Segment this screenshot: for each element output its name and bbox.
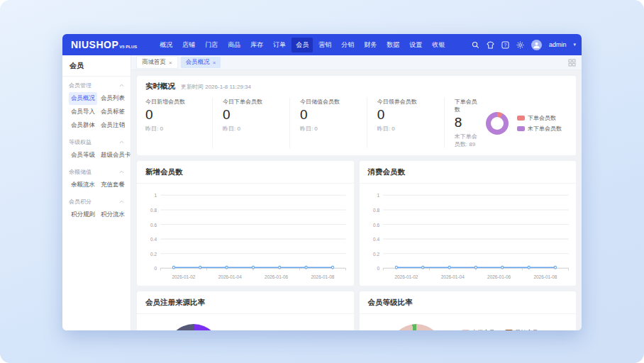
chart-title: 消费会员数 bbox=[360, 161, 577, 184]
sidebar-title: 会员 bbox=[62, 55, 131, 77]
consume-members-line-chart: 1 0.8 0.6 0.4 0.2 0 2026-01-02 bbox=[360, 184, 577, 286]
settings-gear-icon[interactable] bbox=[516, 41, 524, 49]
person-icon bbox=[533, 41, 540, 49]
stat-stored-value-members-today: 今日储值会员数 0 昨日: 0 bbox=[289, 98, 367, 148]
stat-sub: 未下单会员数: 89 bbox=[455, 133, 477, 148]
y-tick: 0.8 bbox=[373, 207, 379, 213]
nav-item-overview[interactable]: 概况 bbox=[155, 38, 177, 52]
close-icon[interactable]: × bbox=[169, 60, 172, 66]
chevron-up-icon bbox=[119, 84, 124, 87]
close-icon[interactable]: × bbox=[213, 60, 216, 66]
y-tick: 0.6 bbox=[150, 222, 157, 228]
sidebar-item-super-member-card[interactable]: 超级会员卡 bbox=[99, 149, 131, 162]
register-source-donut-chart bbox=[167, 324, 221, 330]
sidebar-group-header[interactable]: 会员积分 bbox=[69, 198, 124, 206]
tab-options-grid-icon[interactable] bbox=[568, 59, 576, 67]
search-icon[interactable] bbox=[472, 41, 479, 49]
sidebar-group-label: 等级权益 bbox=[69, 138, 91, 146]
app-window: NIUSHOP V5 PLUS 概况 店铺 门店 商品 库存 订单 会员 营销 … bbox=[62, 34, 582, 330]
stat-label: 今日下单会员数 bbox=[223, 98, 284, 106]
username-label[interactable]: admin bbox=[549, 41, 567, 48]
chevron-up-icon bbox=[119, 140, 124, 144]
stat-sub: 昨日: 0 bbox=[223, 125, 284, 133]
order-ratio-legend: 下单会员数 未下单会员数 bbox=[517, 114, 562, 133]
sidebar-item-recharge-package[interactable]: 充值套餐 bbox=[99, 179, 127, 191]
nav-item-members[interactable]: 会员 bbox=[292, 38, 313, 52]
nav-item-data[interactable]: 数据 bbox=[382, 38, 404, 52]
register-source-chart-card: 会员注册来源比率 微信公众号 bbox=[137, 291, 354, 330]
nav-item-store[interactable]: 门店 bbox=[201, 38, 222, 52]
member-level-legend: 白银会员 铂金会员 黄金会员 bbox=[462, 328, 538, 330]
nav-item-cashier[interactable]: 收银 bbox=[428, 38, 449, 52]
nav-item-marketing[interactable]: 营销 bbox=[314, 38, 335, 52]
sidebar-group-member-management: 会员管理 会员概况 会员列表 会员导入 会员标签 会员群体 会员注销 bbox=[62, 77, 131, 133]
realtime-overview-card: 实时概况 更新时间 2026-1-8 11:29:34 今日新增会员数 0 昨日… bbox=[137, 76, 576, 155]
y-tick: 0 bbox=[154, 266, 157, 272]
sidebar-item-points-rules[interactable]: 积分规则 bbox=[69, 208, 97, 221]
legend-swatch bbox=[517, 116, 525, 121]
sidebar-item-member-cancel[interactable]: 会员注销 bbox=[99, 119, 127, 132]
chart-title: 会员注册来源比率 bbox=[137, 291, 354, 314]
legend-item: 白银会员 bbox=[462, 328, 495, 330]
nav-item-stock[interactable]: 库存 bbox=[246, 38, 267, 52]
x-tick: 2026-01-04 bbox=[218, 274, 242, 280]
sidebar-item-member-import[interactable]: 会员导入 bbox=[69, 106, 97, 118]
legend-label: 未下单会员数 bbox=[528, 125, 562, 133]
chevron-up-icon bbox=[119, 200, 124, 203]
legend-item: 黑钻会员 bbox=[505, 328, 538, 330]
sidebar-group-points: 会员积分 积分规则 积分流水 bbox=[62, 193, 131, 223]
chevron-up-icon bbox=[119, 170, 124, 174]
nav-item-goods[interactable]: 商品 bbox=[223, 38, 245, 52]
new-members-line-chart: 1 0.8 0.6 0.4 0.2 0 2026-01-02 bbox=[137, 184, 354, 286]
sidebar-item-member-groups[interactable]: 会员群体 bbox=[69, 119, 97, 132]
sidebar-group-header[interactable]: 等级权益 bbox=[69, 138, 124, 146]
stat-value: 8 bbox=[455, 115, 477, 130]
nav-item-orders[interactable]: 订单 bbox=[269, 38, 290, 52]
stat-value: 0 bbox=[377, 107, 438, 123]
top-navbar: NIUSHOP V5 PLUS 概况 店铺 门店 商品 库存 订单 会员 营销 … bbox=[62, 34, 582, 55]
legend-item: 下单会员数 bbox=[517, 114, 562, 122]
y-tick: 0.4 bbox=[150, 237, 157, 243]
sidebar-group-header[interactable]: 余额储值 bbox=[69, 168, 124, 176]
x-tick: 2026-01-08 bbox=[533, 274, 557, 280]
skin-theme-icon[interactable] bbox=[487, 41, 494, 49]
sidebar-item-member-list[interactable]: 会员列表 bbox=[99, 92, 127, 105]
sidebar-group-header[interactable]: 会员管理 bbox=[69, 82, 124, 89]
user-chevron-down-icon[interactable]: ▾ bbox=[573, 42, 576, 48]
help-icon[interactable]: ? bbox=[501, 41, 509, 49]
legend-item: 未下单会员数 bbox=[517, 125, 562, 133]
consume-members-chart-card: 消费会员数 bbox=[360, 161, 577, 286]
nav-item-settings[interactable]: 设置 bbox=[405, 38, 426, 52]
stat-label: 今日新增会员数 bbox=[145, 98, 206, 106]
stat-sub: 昨日: 0 bbox=[300, 125, 361, 133]
legend-label: 黑钻会员 bbox=[516, 328, 538, 330]
svg-text:?: ? bbox=[504, 42, 507, 47]
sidebar-item-member-tags[interactable]: 会员标签 bbox=[99, 106, 127, 118]
sidebar-group-label: 会员管理 bbox=[69, 82, 91, 89]
legend-swatch bbox=[517, 126, 525, 131]
realtime-updated-time: 更新时间 2026-1-8 11:29:34 bbox=[181, 83, 251, 91]
x-tick: 2026-01-02 bbox=[172, 274, 195, 280]
sidebar-item-member-level[interactable]: 会员等级 bbox=[69, 149, 97, 162]
stat-sub: 昨日: 0 bbox=[145, 125, 206, 133]
stat-label: 今日储值会员数 bbox=[300, 98, 361, 106]
sidebar-group-label: 会员积分 bbox=[69, 198, 91, 206]
stat-label: 今日领券会员数 bbox=[377, 98, 438, 106]
nav-item-shop[interactable]: 店铺 bbox=[178, 38, 199, 52]
chart-title: 会员等级比率 bbox=[360, 291, 577, 314]
x-tick: 2026-01-08 bbox=[311, 274, 334, 280]
tab-mall-home[interactable]: 商城首页 × bbox=[137, 57, 177, 68]
stat-order-members-total: 下单会员数 8 未下单会员数: 89 下单会员数 bbox=[444, 98, 567, 148]
y-tick: 1 bbox=[154, 193, 157, 199]
sidebar-item-points-flow[interactable]: 积分流水 bbox=[99, 208, 127, 221]
sidebar-item-balance-flow[interactable]: 余额流水 bbox=[69, 179, 97, 191]
content-area: 实时概况 更新时间 2026-1-8 11:29:34 今日新增会员数 0 昨日… bbox=[131, 70, 582, 330]
sidebar-item-member-overview[interactable]: 会员概况 bbox=[69, 92, 97, 105]
tab-label: 商城首页 bbox=[142, 58, 166, 67]
legend-label: 白银会员 bbox=[472, 328, 495, 330]
nav-item-distribution[interactable]: 分销 bbox=[337, 38, 358, 52]
stat-value: 0 bbox=[145, 107, 206, 123]
nav-item-finance[interactable]: 财务 bbox=[360, 38, 381, 52]
user-avatar[interactable] bbox=[531, 40, 542, 50]
tab-member-overview[interactable]: 会员概况 × bbox=[181, 57, 221, 68]
